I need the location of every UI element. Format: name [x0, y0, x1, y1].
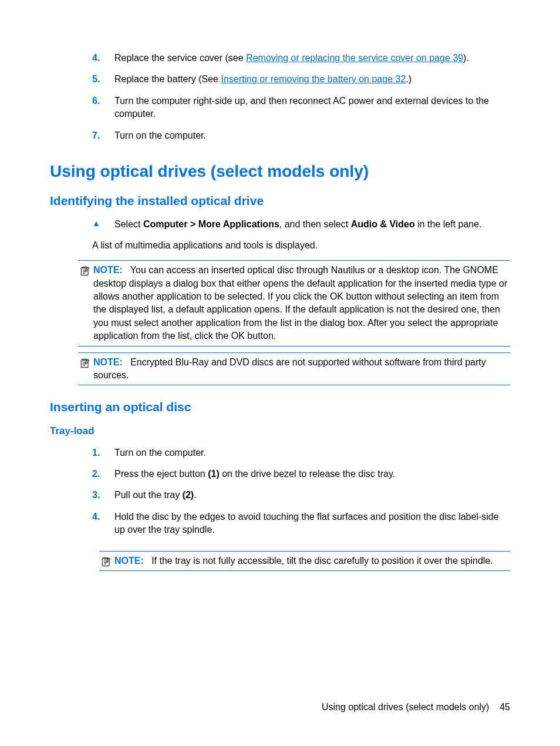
list-item: 6. Turn the computer right-side up, and … — [92, 95, 510, 121]
text: in the left pane. — [415, 219, 482, 229]
list-number: 5. — [92, 73, 114, 86]
note-block: NOTE: Encrypted Blu-Ray and DVD discs ar… — [78, 352, 510, 386]
paragraph: A list of multimedia applications and to… — [50, 239, 510, 252]
step-bullet: ▲ Select Computer > More Applications, a… — [50, 218, 510, 231]
link-service-cover[interactable]: Removing or replacing the service cover … — [246, 53, 463, 63]
list-number: 3. — [92, 489, 114, 502]
list-body: Replace the service cover (see Removing … — [114, 52, 510, 65]
list-body: Press the eject button (1) on the drive … — [114, 468, 510, 480]
note-icon — [99, 555, 113, 567]
list-number: 6. — [92, 95, 114, 107]
note-body: If the tray is not fully accessible, til… — [151, 556, 493, 566]
heading-2-inserting: Inserting an optical disc — [50, 398, 510, 415]
note-label: NOTE: — [93, 265, 123, 275]
list-body: Turn on the computer. — [114, 446, 510, 459]
trayload-ordered-list: 1. Turn on the computer. 2. Press the ej… — [50, 446, 510, 537]
heading-3-trayload: Tray-load — [50, 424, 510, 438]
list-item: 4. Hold the disc by the edges to avoid t… — [92, 510, 510, 537]
list-body: Pull out the tray (2). — [114, 489, 510, 502]
list-item: 3. Pull out the tray (2). — [92, 489, 510, 502]
note-block: NOTE: If the tray is not fully accessibl… — [99, 551, 510, 571]
list-body: Turn the computer right-side up, and the… — [114, 95, 510, 121]
list-item: 7. Turn on the computer. — [92, 129, 510, 142]
bold-text: Audio & Video — [351, 219, 415, 229]
text: Replace the battery (See — [114, 74, 221, 84]
list-item: 5. Replace the battery (See Inserting or… — [92, 73, 510, 86]
list-number: 7. — [92, 129, 114, 142]
list-number: 2. — [92, 468, 114, 480]
continued-ordered-list: 4. Replace the service cover (see Removi… — [50, 52, 510, 142]
note-icon — [78, 264, 92, 277]
list-number: 4. — [92, 510, 114, 523]
bold-text: Computer > More Applications — [143, 219, 279, 229]
text: .) — [406, 74, 411, 84]
text: . — [194, 490, 196, 500]
footer-text: Using optical drives (select models only… — [322, 702, 489, 712]
text: Press the eject button — [114, 469, 208, 479]
text: Select — [114, 219, 143, 229]
text: Pull out the tray — [114, 490, 183, 500]
note-icon — [78, 356, 92, 369]
heading-2-identifying: Identifying the installed optical drive — [50, 192, 510, 209]
list-body: Hold the disc by the edges to avoid touc… — [114, 510, 510, 537]
list-item: 2. Press the eject button (1) on the dri… — [92, 468, 510, 480]
note-text: NOTE: Encrypted Blu-Ray and DVD discs ar… — [93, 356, 510, 382]
text: Replace the service cover (see — [114, 53, 246, 63]
heading-1: Using optical drives (select models only… — [50, 160, 510, 183]
document-page: 4. Replace the service cover (see Removi… — [0, 0, 560, 746]
list-body: Turn on the computer. — [114, 129, 510, 142]
note-body: Encrypted Blu-Ray and DVD discs are not … — [93, 357, 486, 380]
bold-text: (1) — [208, 469, 220, 479]
note-block: NOTE: You can access an inserted optical… — [78, 260, 510, 346]
note-text: NOTE: If the tray is not fully accessibl… — [114, 555, 510, 567]
bold-text: (2) — [183, 490, 194, 500]
note-text: NOTE: You can access an inserted optical… — [93, 264, 510, 342]
text: ). — [463, 53, 469, 63]
text: on the drive bezel to release the disc t… — [220, 469, 395, 479]
list-body: Replace the battery (See Inserting or re… — [114, 73, 510, 86]
page-number: 45 — [500, 702, 510, 712]
note-body: You can access an inserted optical disc … — [93, 265, 507, 341]
list-number: 1. — [92, 446, 114, 459]
note-label: NOTE: — [114, 556, 144, 566]
list-item: 1. Turn on the computer. — [92, 446, 510, 459]
link-battery[interactable]: Inserting or removing the battery on pag… — [221, 74, 406, 84]
page-footer: Using optical drives (select models only… — [322, 701, 510, 714]
list-number: 4. — [92, 52, 114, 65]
list-item: 4. Replace the service cover (see Removi… — [92, 52, 510, 65]
text: , and then select — [279, 219, 351, 229]
step-text: Select Computer > More Applications, and… — [114, 218, 510, 231]
note-label: NOTE: — [93, 357, 123, 367]
triangle-icon: ▲ — [92, 218, 114, 230]
